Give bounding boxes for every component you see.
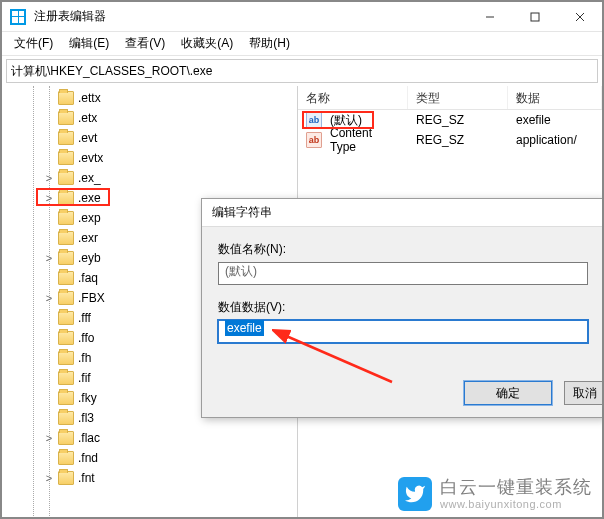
expander-icon[interactable]: > [42,192,56,204]
value-name-text: (默认) [225,264,257,278]
folder-icon [58,211,74,225]
expander-icon[interactable]: > [42,432,56,444]
tree-item-label: .fh [78,351,91,365]
folder-icon [58,91,74,105]
value-name-input[interactable]: (默认) [218,262,588,285]
tree-item-label: .evt [78,131,97,145]
menu-favorites[interactable]: 收藏夹(A) [173,33,241,54]
folder-icon [58,471,74,485]
tree-item[interactable]: >.ex_ [2,168,297,188]
folder-icon [58,311,74,325]
cancel-button[interactable]: 取消 [564,381,604,405]
tree-item[interactable]: >.fnt [2,468,297,488]
menu-help[interactable]: 帮助(H) [241,33,298,54]
dialog-buttons: 确定 取消 [464,381,604,405]
folder-icon [58,351,74,365]
watermark: 白云一键重装系统 www.baiyunxitong.com [398,477,592,511]
column-header-name[interactable]: 名称 [298,86,408,109]
cancel-button-label: 取消 [573,385,597,402]
tree-item-label: .flac [78,431,100,445]
folder-icon [58,451,74,465]
tree-item-label: .fky [78,391,97,405]
value-type-icon: ab [306,132,322,148]
tree-item-label: .fnt [78,471,95,485]
tree-item-label: .faq [78,271,98,285]
folder-icon [58,431,74,445]
tree-item-label: .ettx [78,91,101,105]
value-data-text: exefile [225,320,264,336]
titlebar: 注册表编辑器 [2,2,602,32]
svg-rect-1 [531,13,539,21]
column-header-data[interactable]: 数据 [508,86,602,109]
cell-type: REG_SZ [408,113,508,127]
folder-icon [58,231,74,245]
folder-icon [58,271,74,285]
minimize-button[interactable] [467,2,512,31]
watermark-line2: www.baiyunxitong.com [440,498,592,510]
folder-icon [58,371,74,385]
column-header-type[interactable]: 类型 [408,86,508,109]
list-row[interactable]: abContent TypeREG_SZapplication/ [298,130,602,150]
tree-item-label: .fff [78,311,91,325]
value-type-icon: ab [306,112,322,128]
tree-item[interactable]: .evt [2,128,297,148]
menubar: 文件(F) 编辑(E) 查看(V) 收藏夹(A) 帮助(H) [2,32,602,56]
watermark-icon [398,477,432,511]
menu-view[interactable]: 查看(V) [117,33,173,54]
list-rows: ab(默认)REG_SZexefileabContent TypeREG_SZa… [298,110,602,150]
watermark-line1: 白云一键重装系统 [440,478,592,498]
ok-button[interactable]: 确定 [464,381,552,405]
tree-item-label: .exp [78,211,101,225]
folder-icon [58,251,74,265]
tree-item[interactable]: .ettx [2,88,297,108]
expander-icon[interactable]: > [42,292,56,304]
cell-name: Content Type [322,126,408,154]
address-bar[interactable]: 计算机\HKEY_CLASSES_ROOT\.exe [6,59,598,83]
tree-item-label: .fl3 [78,411,94,425]
value-data-label: 数值数据(V): [218,299,588,316]
folder-icon [58,131,74,145]
list-header: 名称 类型 数据 [298,86,602,110]
folder-icon [58,171,74,185]
tree-item-label: .ffo [78,331,94,345]
tree-item[interactable]: .evtx [2,148,297,168]
menu-file[interactable]: 文件(F) [6,33,61,54]
tree-item-label: .FBX [78,291,105,305]
folder-icon [58,191,74,205]
value-data-input[interactable]: exefile [218,320,588,343]
tree-item[interactable]: >.flac [2,428,297,448]
tree-item[interactable]: .etx [2,108,297,128]
cell-data: exefile [508,113,559,127]
window-controls [467,2,602,31]
folder-icon [58,151,74,165]
close-button[interactable] [557,2,602,31]
tree-item-label: .exe [78,191,101,205]
edit-string-dialog: 编辑字符串 数值名称(N): (默认) 数值数据(V): exefile 确定 … [201,198,604,418]
folder-icon [58,291,74,305]
tree-item-label: .exr [78,231,98,245]
menu-edit[interactable]: 编辑(E) [61,33,117,54]
tree-item-label: .ex_ [78,171,101,185]
tree-item-label: .etx [78,111,97,125]
app-icon [10,9,26,25]
folder-icon [58,111,74,125]
cell-data: application/ [508,133,585,147]
tree-item-label: .evtx [78,151,103,165]
address-text: 计算机\HKEY_CLASSES_ROOT\.exe [11,63,212,80]
folder-icon [58,411,74,425]
tree-item-label: .eyb [78,251,101,265]
maximize-button[interactable] [512,2,557,31]
folder-icon [58,391,74,405]
cell-type: REG_SZ [408,133,508,147]
folder-icon [58,331,74,345]
tree-item[interactable]: .fnd [2,448,297,468]
expander-icon[interactable]: > [42,472,56,484]
dialog-body: 数值名称(N): (默认) 数值数据(V): exefile [202,227,604,343]
expander-icon[interactable]: > [42,172,56,184]
tree-item-label: .fnd [78,451,98,465]
window-title: 注册表编辑器 [34,8,467,25]
regedit-window: 注册表编辑器 文件(F) 编辑(E) 查看(V) 收藏夹(A) 帮助(H) 计算… [0,0,604,519]
value-name-label: 数值名称(N): [218,241,588,258]
expander-icon[interactable]: > [42,252,56,264]
tree-item-label: .fif [78,371,91,385]
